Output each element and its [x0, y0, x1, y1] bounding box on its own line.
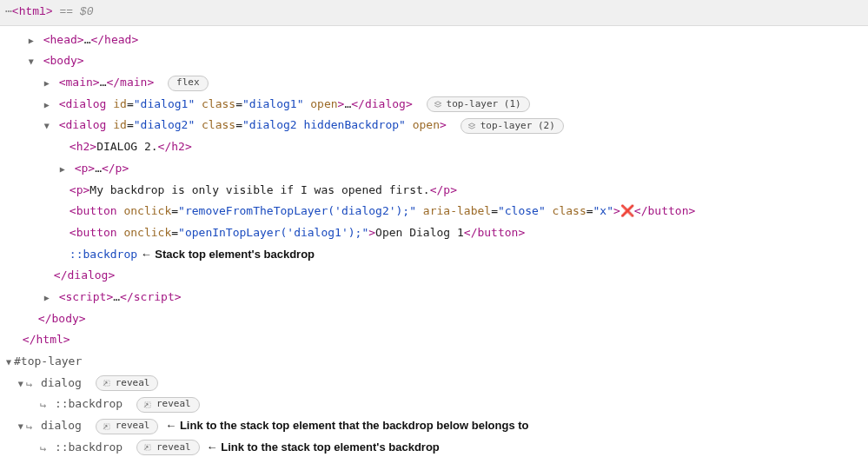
tree-row-main[interactable]: ▶ <main>…</main> flex: [0, 72, 868, 94]
top-layer-badge[interactable]: top-layer (1): [427, 96, 530, 112]
tag-close: </p>: [430, 183, 457, 196]
attr-name: open: [310, 97, 337, 110]
tree-row-html-close[interactable]: </html>: [0, 329, 868, 351]
disclosure-triangle-icon[interactable]: ▶: [42, 96, 52, 113]
attr-name: open: [413, 118, 440, 131]
target-icon: [103, 422, 111, 431]
target-icon: [143, 401, 152, 409]
arrow-left-glyph: ←: [137, 248, 155, 261]
return-arrow-icon: ↵: [40, 438, 46, 457]
attr-value: "dialog2 hiddenBackdrop": [242, 118, 406, 131]
tree-row-dialog2[interactable]: ▼ <dialog id="dialog2" class="dialog2 hi…: [0, 115, 868, 136]
attr-value: "removeFromTheTopLayer('dialog2');": [178, 204, 416, 217]
dollar-zero: $0: [80, 5, 94, 18]
tree-row-button-open[interactable]: <button onclick="openInTopLayer('dialog1…: [0, 222, 868, 244]
tree-row-h2[interactable]: <h2>DIALOG 2.</h2>: [0, 136, 868, 158]
flex-badge[interactable]: flex: [168, 76, 209, 91]
tag-open: <head>: [43, 33, 84, 46]
badge-label: top-layer (2): [480, 117, 555, 136]
attr-value: "dialog1": [134, 97, 195, 110]
dom-tree[interactable]: ▶ <head>…</head> ▼ <body> ▶ <main>…</mai…: [0, 26, 868, 457]
tree-row-body[interactable]: ▼ <body>: [0, 50, 868, 72]
disclosure-triangle-icon[interactable]: ▼: [3, 354, 14, 370]
tag-close: </button>: [464, 226, 525, 239]
top-layer-element-name: dialog: [41, 419, 82, 432]
disclosure-triangle-icon[interactable]: ▶: [57, 161, 68, 177]
equals-sign: =: [171, 204, 178, 217]
disclosure-triangle-icon[interactable]: ▼: [16, 418, 26, 434]
tree-row-head[interactable]: ▶ <head>…</head>: [0, 30, 868, 51]
reveal-badge[interactable]: reveal: [96, 375, 159, 391]
annotation-text: Link to the stack top element's backdrop: [221, 440, 440, 454]
badge-label: reveal: [156, 395, 191, 414]
tag-close: </dialog>: [351, 97, 412, 110]
attr-name: id: [113, 97, 127, 110]
attr-name: class: [202, 118, 235, 131]
reveal-badge[interactable]: reveal: [96, 419, 159, 434]
tree-row-body-close[interactable]: </body>: [0, 308, 868, 330]
tag-close-bracket: >: [368, 226, 375, 239]
tag-close: </body>: [38, 312, 86, 325]
tag-close-bracket: >: [440, 118, 447, 131]
return-arrow-icon: ↵: [40, 394, 46, 414]
disclosure-triangle-icon[interactable]: ▶: [42, 289, 52, 306]
equals-sign: =: [235, 118, 242, 131]
top-layer-backdrop-item[interactable]: ↵ ::backdrop reveal: [0, 394, 868, 415]
selected-node-bar: ⋯<html> == $0: [0, 0, 868, 26]
disclosure-triangle-icon[interactable]: ▼: [42, 117, 52, 134]
tag-close: </html>: [23, 333, 70, 346]
top-layer-element-name: dialog: [41, 376, 82, 389]
disclosure-triangle-icon[interactable]: ▼: [16, 375, 26, 392]
tag-close: </main>: [106, 76, 154, 89]
top-layer-badge[interactable]: top-layer (2): [461, 118, 564, 134]
top-layer-section-header[interactable]: ▼#top-layer: [0, 351, 868, 373]
tag-close: </button>: [634, 204, 695, 217]
top-layer-item[interactable]: ▼↵ dialog reveal ← Link to the stack top…: [0, 415, 868, 437]
attr-name: class: [553, 204, 586, 217]
return-arrow-icon: ↵: [26, 374, 32, 394]
attr-value: "openInTopLayer('dialog1');": [178, 226, 368, 239]
tag-open: <button: [70, 204, 117, 217]
equals-sign: =: [171, 226, 178, 239]
tag-close: </head>: [90, 33, 138, 46]
top-layer-item[interactable]: ▼↵ dialog reveal: [0, 373, 868, 394]
tree-row-dialog1[interactable]: ▶ <dialog id="dialog1" class="dialog1" o…: [0, 94, 868, 116]
tag-open: <p>: [70, 183, 89, 196]
html-tag[interactable]: <html>: [12, 5, 53, 18]
attr-name: onclick: [123, 204, 171, 217]
layers-icon: [434, 100, 442, 109]
tag-close: </h2>: [158, 140, 192, 153]
tag-close: </script>: [120, 290, 181, 303]
badge-label: reveal: [116, 417, 150, 435]
tree-row-p2[interactable]: <p>My backdrop is only visible if I was …: [0, 180, 868, 202]
attr-name: onclick: [123, 226, 171, 239]
tree-row-script[interactable]: ▶ <script>…</script>: [0, 287, 868, 308]
tree-row-backdrop-pseudo[interactable]: ::backdrop ← Stack top element's backdro…: [0, 244, 868, 266]
top-layer-label: #top-layer: [14, 354, 82, 368]
ellipsis: …: [95, 162, 102, 175]
tag-open: <p>: [75, 162, 95, 175]
tag-open: <dialog: [59, 118, 107, 131]
equals-sign: =: [127, 97, 134, 110]
text-content: My backdrop is only visible if I was ope…: [89, 183, 429, 196]
tag-open: <main>: [59, 76, 100, 89]
reveal-badge[interactable]: reveal: [136, 397, 200, 413]
tree-row-button-close[interactable]: <button onclick="removeFromTheTopLayer('…: [0, 201, 868, 222]
disclosure-triangle-icon[interactable]: ▼: [26, 53, 36, 70]
badge-label: top-layer (1): [447, 96, 521, 114]
text-content: DIALOG 2.: [96, 140, 157, 153]
tree-row-dialog2-close[interactable]: </dialog>: [0, 265, 868, 287]
tag-close: </p>: [102, 162, 129, 175]
tree-row-p1[interactable]: ▶ <p>…</p>: [0, 158, 868, 180]
annotation-text: Stack top element's backdrop: [155, 248, 315, 261]
attr-name: class: [202, 97, 235, 110]
disclosure-triangle-icon[interactable]: ▶: [26, 32, 36, 49]
attr-name: aria-label: [423, 204, 491, 217]
disclosure-triangle-icon[interactable]: ▶: [42, 75, 52, 91]
top-layer-backdrop-item[interactable]: ↵ ::backdrop reveal ← Link to the stack …: [0, 437, 868, 457]
arrow-left-glyph: ←: [207, 440, 218, 454]
reveal-badge[interactable]: reveal: [136, 440, 200, 455]
arrow-left-glyph: ←: [165, 419, 176, 432]
ellipsis: …: [113, 290, 120, 303]
tag-open: <button: [70, 226, 117, 239]
